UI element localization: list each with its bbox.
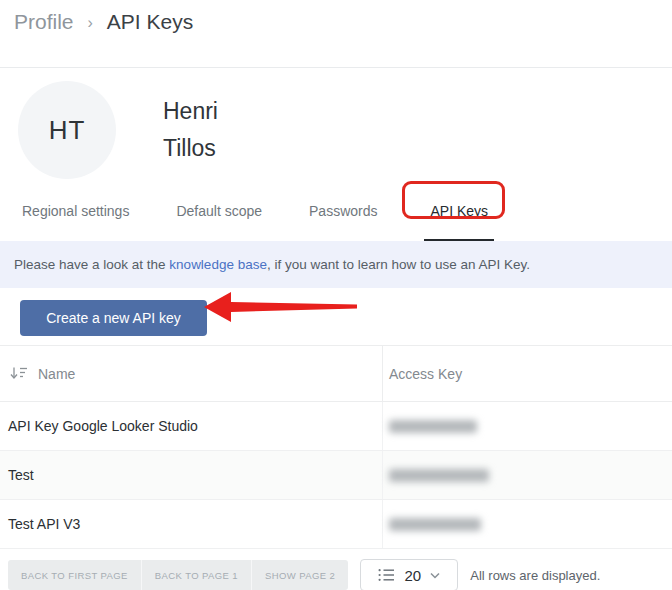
tab-regional-settings[interactable]: Regional settings xyxy=(22,203,129,241)
table-row[interactable]: API Key Google Looker Studio xyxy=(0,402,672,451)
pagination-button-group: BACK TO FIRST PAGE BACK TO PAGE 1 SHOW P… xyxy=(8,560,348,590)
avatar-initials: HT xyxy=(49,115,86,146)
action-row: Create a new API key xyxy=(0,288,672,345)
api-keys-table: Name Access Key API Key Google Looker St… xyxy=(0,345,672,549)
cell-access-key xyxy=(383,518,672,531)
cell-access-key xyxy=(383,420,672,433)
profile-tabs: Regional settings Default scope Password… xyxy=(0,179,672,241)
cell-name: Test API V3 xyxy=(0,500,383,548)
access-key-masked xyxy=(389,518,481,531)
list-icon xyxy=(378,568,395,582)
cell-name: API Key Google Looker Studio xyxy=(0,402,383,450)
info-banner: Please have a look at the knowledge base… xyxy=(0,241,672,288)
show-page-2-button[interactable]: SHOW PAGE 2 xyxy=(251,560,348,590)
column-label-access-key: Access Key xyxy=(389,366,462,382)
page-size-value: 20 xyxy=(404,567,421,584)
table-header-row: Name Access Key xyxy=(0,346,672,402)
page-size-dropdown[interactable]: 20 xyxy=(360,559,458,590)
avatar: HT xyxy=(18,81,116,179)
chevron-down-icon xyxy=(430,572,440,579)
rows-displayed-status: All rows are displayed. xyxy=(470,568,600,583)
banner-text-after: , if you want to learn how to use an API… xyxy=(267,257,530,272)
column-label-name[interactable]: Name xyxy=(38,366,75,382)
breadcrumb-profile[interactable]: Profile xyxy=(14,10,74,34)
breadcrumb-separator-icon: › xyxy=(88,10,93,32)
user-name: Henri Tillos xyxy=(163,93,218,167)
cell-access-key xyxy=(383,469,672,482)
tab-passwords[interactable]: Passwords xyxy=(309,203,377,241)
tab-default-scope[interactable]: Default scope xyxy=(176,203,262,241)
knowledge-base-link[interactable]: knowledge base xyxy=(169,257,267,272)
sort-icon[interactable] xyxy=(10,366,28,381)
user-first-name: Henri xyxy=(163,93,218,130)
access-key-masked xyxy=(389,469,489,482)
banner-text-before: Please have a look at the xyxy=(14,257,169,272)
column-header-access-key: Access Key xyxy=(383,366,672,382)
cell-name: Test xyxy=(0,451,383,499)
create-api-key-button[interactable]: Create a new API key xyxy=(20,300,207,336)
column-header-name: Name xyxy=(0,346,383,401)
pagination-footer: BACK TO FIRST PAGE BACK TO PAGE 1 SHOW P… xyxy=(0,559,672,590)
table-row[interactable]: Test API V3 xyxy=(0,500,672,549)
breadcrumb-api-keys: API Keys xyxy=(107,10,193,34)
table-row[interactable]: Test xyxy=(0,451,672,500)
back-to-first-page-button[interactable]: BACK TO FIRST PAGE xyxy=(8,560,141,590)
access-key-masked xyxy=(389,420,477,433)
back-to-page-1-button[interactable]: BACK TO PAGE 1 xyxy=(141,560,251,590)
profile-header: HT Henri Tillos xyxy=(0,68,672,179)
breadcrumb: Profile › API Keys xyxy=(0,0,672,68)
user-last-name: Tillos xyxy=(163,130,218,167)
tab-api-keys[interactable]: API Keys xyxy=(424,203,494,241)
